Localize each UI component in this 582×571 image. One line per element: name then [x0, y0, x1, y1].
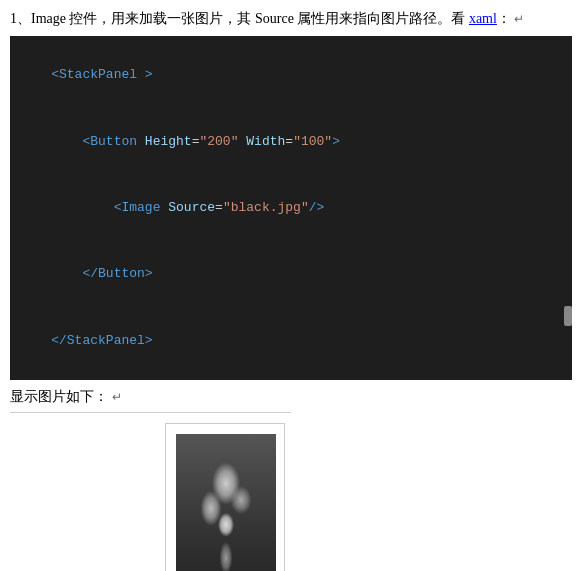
source-word: Source: [255, 11, 294, 26]
code-line-3: <Image Source="black.jpg"/>: [20, 175, 562, 241]
scrollbar-indicator[interactable]: [564, 306, 572, 326]
button-image-container: Photo © World Photos.com ©: [165, 423, 285, 571]
code-block-1: <StackPanel > <Button Height="200" Width…: [10, 36, 572, 379]
display-label-text: 显示图片如下：: [10, 389, 108, 404]
horizontal-divider: [10, 412, 291, 413]
flower-canvas: [176, 434, 276, 571]
xaml-link[interactable]: xaml: [469, 11, 497, 26]
code-line-1: <StackPanel >: [20, 42, 562, 108]
code-line-5: </StackPanel>: [20, 308, 562, 374]
intro-prefix: 1、Image 控件，用来加载一张图片，其: [10, 11, 255, 26]
para-mark-2: ↵: [112, 390, 122, 404]
flower-image: Photo © World Photos.com ©: [176, 434, 276, 571]
image-display-area: Photo © World Photos.com ©: [85, 419, 285, 571]
code-line-2: <Button Height="200" Width="100">: [20, 109, 562, 175]
code-line-4: </Button>: [20, 241, 562, 307]
intro-middle: 属性用来指向图片路径。看: [294, 11, 469, 26]
display-label: 显示图片如下： ↵: [10, 386, 572, 408]
para-mark-1: ↵: [511, 12, 524, 26]
intro-text: 1、Image 控件，用来加载一张图片，其 Source 属性用来指向图片路径。…: [10, 8, 572, 30]
